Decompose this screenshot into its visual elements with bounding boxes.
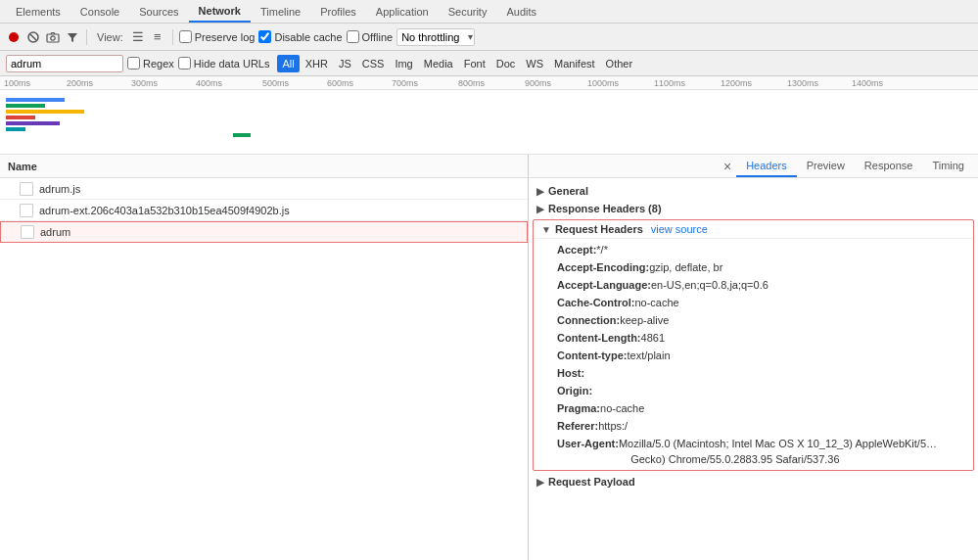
request-headers-body: Accept: */* Accept-Encoding: gzip, defla… [534, 239, 973, 470]
disable-cache-checkbox-label[interactable]: Disable cache [258, 30, 342, 43]
file-row[interactable]: adrum-ext.206c403a1a532b310b15ea4509f490… [0, 200, 528, 221]
tab-security[interactable]: Security [439, 0, 497, 23]
timeline-bar-5 [6, 121, 60, 125]
close-btn[interactable]: × [719, 158, 736, 175]
list-view-btn[interactable]: ☰ [129, 28, 147, 46]
headers-content: ▶ General ▶ Response Headers (8) ▼ Reque… [529, 178, 978, 494]
hide-data-urls-checkbox-label[interactable]: Hide data URLs [178, 57, 270, 70]
detail-tabs: × Headers Preview Response Timing [529, 155, 978, 178]
request-payload-label: Request Payload [548, 476, 635, 488]
detail-pane: × Headers Preview Response Timing ▶ Gene… [529, 155, 978, 560]
response-headers-label: Response Headers (8) [548, 203, 662, 214]
header-row: Referer: https:/ [557, 417, 973, 435]
timeline-bar-3 [6, 110, 84, 114]
tab-preview[interactable]: Preview [797, 155, 855, 177]
file-row-selected[interactable]: adrum [0, 221, 528, 243]
grid-view-btn[interactable]: ≡ [149, 28, 166, 46]
filter-type-xhr[interactable]: XHR [301, 55, 333, 72]
file-icon [20, 182, 33, 196]
response-headers-section-header[interactable]: ▶ Response Headers (8) [529, 200, 978, 217]
header-row: Content-Length: 4861 [557, 329, 973, 347]
general-label: General [548, 185, 588, 197]
filter-type-manifest[interactable]: Manifest [549, 55, 600, 72]
file-list-header: Name [0, 155, 528, 178]
svg-line-2 [30, 34, 36, 40]
regex-checkbox-label[interactable]: Regex [127, 57, 174, 70]
header-row: Pragma: no-cache [557, 399, 973, 417]
timeline-bar-1 [6, 98, 65, 102]
filter-type-other[interactable]: Other [601, 55, 638, 72]
preserve-log-checkbox[interactable] [179, 30, 192, 43]
tab-audits[interactable]: Audits [496, 0, 546, 23]
tab-network[interactable]: Network [189, 0, 251, 23]
request-payload-section-header[interactable]: ▶ Request Payload [529, 473, 978, 490]
tick-1200: 1200ms [721, 78, 752, 88]
clear-icon[interactable] [25, 29, 41, 45]
disable-cache-checkbox[interactable] [258, 30, 271, 43]
throttle-select[interactable]: No throttling [396, 28, 475, 46]
tab-timing[interactable]: Timing [922, 155, 974, 177]
file-icon [20, 204, 33, 217]
tick-400: 400ms [196, 78, 222, 88]
tab-sources[interactable]: Sources [129, 0, 188, 23]
tick-600: 600ms [327, 78, 353, 88]
request-headers-label: Request Headers [555, 223, 643, 235]
filename: adrum [40, 226, 70, 238]
preserve-log-label: Preserve log [195, 31, 256, 43]
filter-type-js[interactable]: JS [334, 55, 356, 72]
svg-point-4 [51, 35, 55, 39]
preserve-log-checkbox-label[interactable]: Preserve log [179, 30, 256, 43]
tab-console[interactable]: Console [70, 0, 129, 23]
filter-type-css[interactable]: CSS [357, 55, 390, 72]
filter-type-all[interactable]: All [277, 55, 299, 72]
offline-checkbox[interactable] [347, 30, 359, 43]
header-row: Connection: keep-alive [557, 311, 973, 329]
tab-timeline[interactable]: Timeline [251, 0, 310, 23]
main-pane: Name adrum.js adrum-ext.206c403a1a532b31… [0, 155, 978, 560]
request-payload-toggle-icon: ▶ [536, 477, 544, 488]
header-row: Accept-Encoding: gzip, deflate, br [557, 258, 973, 276]
offline-label: Offline [362, 31, 394, 43]
tick-500: 500ms [262, 78, 289, 88]
timeline-bar-4 [6, 116, 35, 119]
tick-200: 200ms [67, 78, 93, 88]
tab-headers[interactable]: Headers [736, 155, 797, 177]
header-row: Host: [557, 364, 973, 382]
view-source-link[interactable]: view source [651, 223, 708, 235]
header-row: Accept-Language: en-US,en;q=0.8,ja;q=0.6 [557, 276, 973, 294]
tick-1300: 1300ms [787, 78, 818, 88]
filter-types: All XHR JS CSS Img Media Font Doc WS Man… [277, 55, 637, 72]
header-row: User-Agent: Mozilla/5.0 (Macintosh; Inte… [557, 435, 973, 468]
request-headers-header[interactable]: ▼ Request Headers view source [534, 220, 973, 239]
filter-type-font[interactable]: Font [459, 55, 490, 72]
filter-type-ws[interactable]: WS [521, 55, 548, 72]
tab-application[interactable]: Application [366, 0, 439, 23]
separator-1 [86, 29, 87, 45]
file-row[interactable]: adrum.js [0, 178, 528, 200]
header-row: Content-type: text/plain [557, 347, 973, 364]
view-icons: ☰ ≡ [129, 28, 166, 46]
regex-checkbox[interactable] [127, 57, 140, 70]
offline-checkbox-label[interactable]: Offline [347, 30, 394, 43]
separator-2 [172, 29, 173, 45]
filter-type-img[interactable]: Img [390, 55, 417, 72]
throttle-select-wrapper[interactable]: No throttling [396, 28, 475, 46]
timeline-bar-2 [6, 104, 45, 108]
tab-response[interactable]: Response [855, 155, 923, 177]
camera-icon[interactable] [45, 29, 61, 45]
header-row: Cache-Control: no-cache [557, 294, 973, 311]
filter-type-media[interactable]: Media [419, 55, 458, 72]
disable-cache-label: Disable cache [274, 31, 342, 43]
general-section-header[interactable]: ▶ General [529, 182, 978, 200]
file-list: Name adrum.js adrum-ext.206c403a1a532b31… [0, 155, 529, 560]
tab-profiles[interactable]: Profiles [310, 0, 366, 23]
timeline-bar-7 [233, 133, 251, 137]
filter-type-doc[interactable]: Doc [491, 55, 521, 72]
timeline-ruler: 100ms 200ms 300ms 400ms 500ms 600ms 700m… [0, 76, 978, 90]
tab-elements[interactable]: Elements [6, 0, 70, 23]
hide-data-urls-checkbox[interactable] [178, 57, 191, 70]
filter-icon[interactable] [65, 29, 80, 45]
search-input[interactable] [6, 55, 123, 72]
record-icon[interactable] [6, 29, 22, 45]
tick-1400: 1400ms [852, 78, 883, 88]
